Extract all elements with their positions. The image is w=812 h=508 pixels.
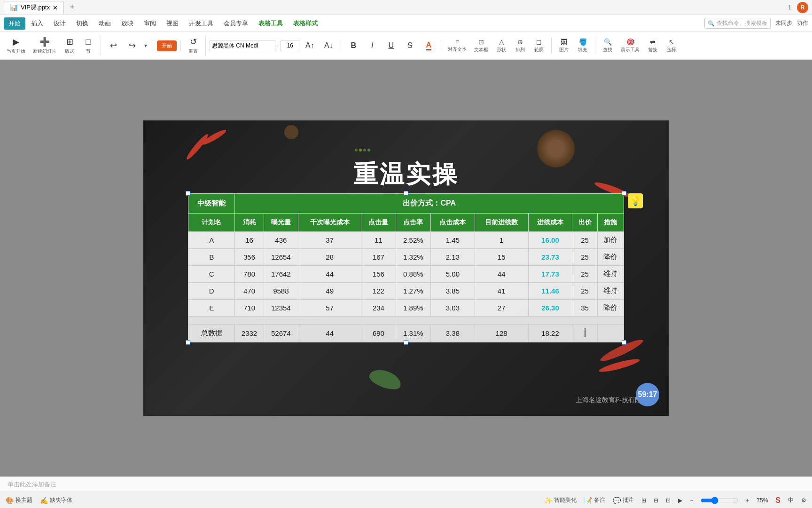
tab-view[interactable]: 视图 bbox=[162, 17, 183, 30]
new-tab-button[interactable]: + bbox=[66, 2, 78, 12]
text-box-btn[interactable]: ⊡ 文本框 bbox=[471, 37, 491, 54]
cell-leads-b: 15 bbox=[475, 249, 528, 266]
table-wrapper[interactable]: 💡 中级智能 出价方式：CPA 计划名 消耗 曝光量 千次曝光成本 点击量 bbox=[188, 193, 624, 342]
start-button[interactable]: 开始 bbox=[157, 40, 177, 51]
zoom-level[interactable]: 75% bbox=[757, 497, 768, 504]
col-header-exposure: 曝光量 bbox=[264, 214, 298, 232]
unsync-label[interactable]: 未同步 bbox=[775, 19, 792, 27]
toolbar-group-reset: ↺ 重置 bbox=[185, 36, 206, 56]
close-tab-icon[interactable]: ✕ bbox=[53, 4, 58, 11]
cell-ctr-b: 1.32% bbox=[396, 249, 430, 266]
file-tab[interactable]: 📊 VIP课.pptx ✕ bbox=[4, 1, 64, 14]
replace-btn[interactable]: ⇌ 替换 bbox=[644, 37, 661, 54]
search-box[interactable]: 🔍 查找命令、搜索模板 bbox=[704, 18, 771, 29]
selection-handle-tm[interactable] bbox=[404, 191, 408, 196]
italic-btn[interactable]: I bbox=[364, 40, 381, 51]
play-btn[interactable]: ▶ bbox=[678, 497, 682, 504]
tab-review[interactable]: 审阅 bbox=[139, 17, 161, 30]
tab-start[interactable]: 开始 bbox=[4, 17, 25, 30]
ribbon-toolbar: ▶ 当页开始 ➕ 新建幻灯片 ⊞ 版式 □ 节 ↩ ↪ ▾ bbox=[0, 32, 812, 59]
select-btn[interactable]: ↖ 选择 bbox=[663, 37, 680, 54]
tab-insert[interactable]: 插入 bbox=[26, 17, 48, 30]
missing-font-btn[interactable]: ✍ 缺失字体 bbox=[40, 496, 72, 504]
shape-btn[interactable]: △ 形状 bbox=[493, 37, 510, 54]
align-text-btn[interactable]: ≡ 对齐文本 bbox=[445, 38, 469, 54]
tab-devtools[interactable]: 开发工具 bbox=[184, 17, 218, 30]
cell-action-e: 降价 bbox=[597, 300, 624, 317]
view-reader-btn[interactable]: ⊡ bbox=[666, 497, 671, 504]
selection-handle-tl[interactable] bbox=[186, 191, 190, 196]
strikethrough-btn[interactable]: S bbox=[401, 40, 418, 51]
tip-icon[interactable]: 💡 bbox=[628, 193, 643, 208]
notes-btn[interactable]: 📝 备注 bbox=[584, 496, 605, 504]
cell-total-bid[interactable] bbox=[572, 325, 597, 342]
tab-slideshow[interactable]: 放映 bbox=[117, 17, 138, 30]
lang-cn[interactable]: 中 bbox=[788, 496, 794, 504]
new-slide-btn[interactable]: ➕ 新建幻灯片 bbox=[30, 36, 59, 56]
cell-lead-cost-d: 11.46 bbox=[528, 283, 572, 300]
reset-icon: ↺ bbox=[190, 37, 197, 47]
reset-btn[interactable]: ↺ 重置 bbox=[185, 36, 202, 56]
col-header-cpm: 千次曝光成本 bbox=[298, 214, 361, 232]
font-name-input[interactable] bbox=[210, 40, 275, 51]
dropdown-arrow[interactable]: ▾ bbox=[142, 41, 149, 50]
undo-icon: ↩ bbox=[110, 40, 117, 51]
user-avatar[interactable]: R bbox=[797, 2, 808, 13]
collab-label[interactable]: 协作 bbox=[797, 19, 808, 27]
view-normal-btn[interactable]: ⊞ bbox=[641, 497, 646, 504]
outline-btn[interactable]: ◻ 轮廓 bbox=[531, 37, 547, 54]
redo-btn[interactable]: ↪ bbox=[124, 40, 141, 52]
tab-design[interactable]: 设计 bbox=[49, 17, 70, 30]
tab-member[interactable]: 会员专享 bbox=[219, 17, 253, 30]
notes-placeholder[interactable]: 单击此处添加备注 bbox=[8, 480, 56, 489]
selection-handle-tr[interactable] bbox=[622, 191, 626, 196]
tab-animation[interactable]: 动画 bbox=[94, 17, 116, 30]
table-row-separator bbox=[188, 317, 624, 325]
undo-btn[interactable]: ↩ bbox=[105, 40, 122, 52]
font-size-up-btn[interactable]: A↑ bbox=[301, 40, 318, 51]
cell-cost-e: 710 bbox=[235, 300, 264, 317]
table-row: C 780 17642 44 156 0.88% 5.00 44 17.73 2… bbox=[188, 266, 624, 283]
present-tools-btn[interactable]: 🎯 演示工具 bbox=[618, 37, 642, 54]
zoom-in-btn[interactable]: + bbox=[746, 497, 749, 504]
tab-transition[interactable]: 切换 bbox=[71, 17, 93, 30]
spice-green-cluster bbox=[355, 149, 383, 151]
section-btn[interactable]: □ 节 bbox=[80, 36, 97, 56]
image-icon: 🖼 bbox=[561, 38, 567, 46]
toolbar-group-image: 🖼 图片 🪣 填充 bbox=[555, 37, 595, 54]
cell-plan-d: D bbox=[188, 283, 235, 300]
font-size-down-btn[interactable]: A↓ bbox=[320, 40, 337, 51]
selection-handle-bl[interactable] bbox=[186, 340, 190, 345]
cell-action-c: 维持 bbox=[597, 266, 624, 283]
cell-action-d: 维持 bbox=[597, 283, 624, 300]
cell-action-a: 加价 bbox=[597, 232, 624, 249]
cell-cost-a: 16 bbox=[235, 232, 264, 249]
find-btn[interactable]: 🔍 查找 bbox=[599, 37, 616, 54]
theme-btn[interactable]: 🎨 换主题 bbox=[6, 496, 32, 504]
cell-leads-a: 1 bbox=[475, 232, 528, 249]
view-grid-btn[interactable]: ⊟ bbox=[654, 497, 658, 504]
tab-table-style[interactable]: 表格样式 bbox=[289, 17, 322, 30]
image-btn[interactable]: 🖼 图片 bbox=[555, 37, 572, 54]
fill-btn[interactable]: 🪣 填充 bbox=[574, 37, 591, 54]
tab-table-tools[interactable]: 表格工具 bbox=[254, 17, 288, 30]
batch-btn[interactable]: 💬 批注 bbox=[613, 496, 634, 504]
settings-btn[interactable]: ⚙ bbox=[801, 497, 806, 504]
selection-handle-br[interactable] bbox=[622, 340, 626, 345]
find-icon: 🔍 bbox=[604, 38, 612, 46]
format-btn[interactable]: ⊞ 版式 bbox=[61, 36, 78, 56]
col-header-cost: 消耗 bbox=[235, 214, 264, 232]
underline-btn[interactable]: U bbox=[383, 40, 399, 51]
font-color-btn[interactable]: A bbox=[420, 40, 437, 51]
current-page-start-btn[interactable]: ▶ 当页开始 bbox=[4, 36, 28, 56]
smart-beautify-btn[interactable]: ✨ 智能美化 bbox=[544, 496, 577, 504]
selection-handle-bm[interactable] bbox=[404, 340, 408, 345]
zoom-out-btn[interactable]: − bbox=[690, 497, 693, 504]
zoom-slider[interactable] bbox=[701, 497, 738, 504]
cell-total-label: 总数据 bbox=[188, 325, 235, 342]
bold-btn[interactable]: B bbox=[345, 40, 362, 51]
arrange-btn[interactable]: ⊕ 排列 bbox=[512, 37, 529, 54]
cell-cost-c: 780 bbox=[235, 266, 264, 283]
font-size-input[interactable] bbox=[281, 40, 299, 51]
table-row: E 710 12354 57 234 1.89% 3.03 27 26.30 3… bbox=[188, 300, 624, 317]
